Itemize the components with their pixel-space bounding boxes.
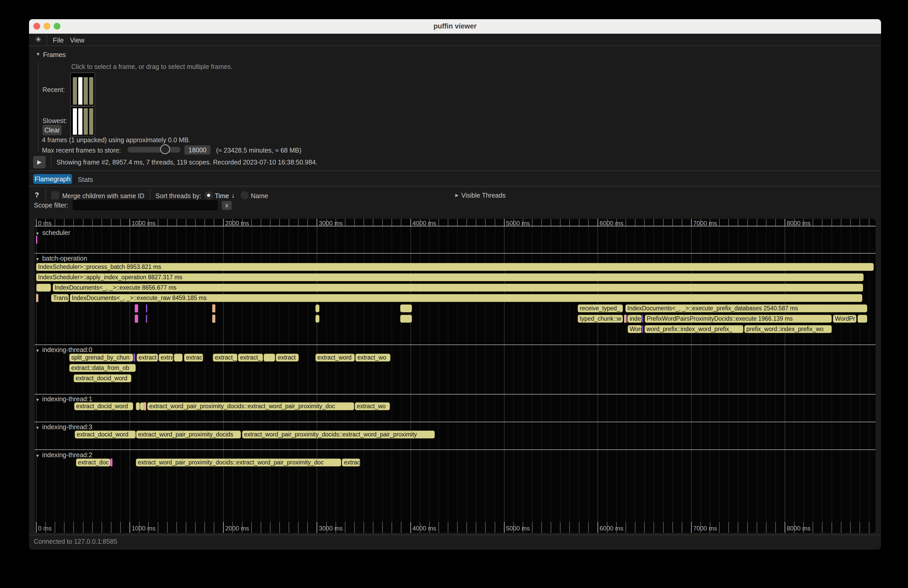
flame-bar[interactable] — [36, 294, 39, 302]
flame-bar[interactable]: extract — [137, 353, 158, 361]
flame-bar[interactable]: extract_ — [213, 353, 237, 361]
flame-bar[interactable] — [146, 315, 147, 323]
flame-bar[interactable]: IndexDocuments<_, _>::execute 8656.677 m… — [53, 284, 863, 292]
flame-bar[interactable]: extract — [276, 353, 299, 361]
visible-threads-label[interactable]: Visible Threads — [461, 192, 506, 199]
flame-bar[interactable] — [146, 304, 147, 312]
flame-bar[interactable]: extra — [159, 353, 173, 361]
slider-knob[interactable] — [160, 144, 170, 154]
flame-bar[interactable] — [135, 304, 138, 312]
flame-bar[interactable]: PrefixWordPairsProximityDocids::execute … — [645, 315, 832, 323]
app-icon[interactable]: ✳ — [35, 35, 41, 44]
flame-bar[interactable]: Word — [628, 325, 642, 333]
flame-bar[interactable]: extract_word_pair_proximity_docids::extr… — [147, 402, 354, 410]
flame-bar[interactable] — [136, 402, 140, 410]
flame-bar[interactable] — [134, 353, 135, 361]
flame-bar[interactable]: IndexScheduler>::process_batch 8953.821 … — [36, 263, 874, 271]
flame-bar[interactable]: extract_docid_word — [75, 431, 136, 439]
scope-filter-input[interactable] — [72, 200, 218, 210]
thread-label: indexing-thread:1 — [42, 395, 92, 403]
help-button[interactable]: ? — [35, 191, 39, 199]
flame-bar[interactable] — [858, 315, 867, 323]
clear-filter-button[interactable]: x — [222, 201, 232, 210]
flame-bar[interactable] — [212, 304, 215, 312]
thread-header[interactable]: ▼indexing-thread:0 — [35, 346, 92, 353]
flame-bar[interactable]: split_grenad_by_chun — [69, 353, 134, 361]
slowest-frames-thumbnail[interactable] — [70, 106, 95, 136]
collapse-icon[interactable]: ▼ — [35, 426, 40, 430]
collapse-icon[interactable]: ▼ — [35, 453, 40, 458]
collapse-icon[interactable]: ▼ — [35, 231, 40, 236]
flame-bar[interactable] — [143, 402, 146, 410]
flame-bar[interactable]: extract_doc — [76, 458, 110, 466]
thread-header[interactable]: ▼batch-operation — [35, 255, 87, 262]
sort-name-radio[interactable] — [240, 191, 249, 199]
flame-bar[interactable]: extract_wo — [355, 402, 390, 410]
frames-collapse-icon[interactable]: ▼ — [36, 51, 40, 57]
flame-bar[interactable] — [400, 315, 412, 323]
merge-children-checkbox[interactable] — [51, 191, 60, 199]
clear-button[interactable]: Clear — [42, 125, 62, 135]
flame-bar[interactable]: extrac — [184, 353, 203, 361]
flame-bar[interactable] — [316, 304, 319, 312]
sort-time-label[interactable]: Time — [215, 192, 229, 200]
flame-bar[interactable] — [174, 353, 183, 361]
sort-time-radio[interactable] — [204, 191, 213, 199]
thread-header[interactable]: ▼scheduler — [35, 229, 70, 236]
flame-bar[interactable]: extract_wo — [355, 353, 391, 361]
flame-bar[interactable]: extract_docid_word — [74, 402, 133, 410]
flame-bar[interactable] — [642, 325, 643, 333]
flame-bar[interactable]: prefix_word::index_prefix_wo — [744, 325, 832, 333]
flame-bar[interactable]: extract_docid_word — [74, 374, 131, 382]
flame-bar[interactable] — [36, 284, 51, 292]
flame-bar[interactable]: Trans — [51, 294, 69, 302]
thread-header[interactable]: ▼indexing-thread:3 — [35, 423, 92, 431]
sort-name-label[interactable]: Name — [251, 192, 268, 200]
flame-bar[interactable] — [135, 315, 138, 323]
flame-bar[interactable]: IndexScheduler>::apply_index_operation 8… — [36, 273, 864, 281]
flame-bar[interactable]: extrac — [342, 458, 360, 466]
flame-bar[interactable]: word_prefix::index_word_prefix_ — [644, 325, 744, 333]
thread-header[interactable]: ▼indexing-thread:1 — [35, 395, 92, 403]
flame-bar[interactable]: typed_chunk::w — [578, 315, 623, 323]
collapse-icon[interactable]: ▼ — [35, 257, 40, 261]
axis-tick — [101, 522, 102, 533]
tab-stats[interactable]: Stats — [78, 176, 93, 184]
flame-bar[interactable] — [642, 315, 643, 323]
flamegraph-canvas[interactable]: 0 ms0 ms1000 ms1000 ms2000 ms2000 ms3000… — [35, 219, 876, 533]
flame-bar[interactable]: extract_ — [238, 353, 263, 361]
flame-bar[interactable]: WordPr — [833, 315, 856, 323]
axis-tick — [532, 522, 533, 533]
axis-tick — [307, 522, 308, 533]
flame-bar[interactable]: IndexDocuments<_, _>::execute_raw 8459.1… — [70, 294, 862, 302]
tab-flamegraph[interactable]: Flamegraph — [33, 174, 72, 184]
sort-direction-arrow-icon[interactable]: ↓ — [232, 191, 235, 199]
flame-bar[interactable] — [264, 353, 275, 361]
thread-header[interactable]: ▼indexing-thread:2 — [35, 451, 92, 459]
flame-bar[interactable] — [624, 315, 626, 323]
menu-item-view[interactable]: View — [70, 36, 84, 44]
flame-bar[interactable]: extract_word — [316, 353, 355, 361]
flame-bar[interactable] — [212, 315, 215, 323]
flame-bar[interactable]: extract_word_pair_proximity_docids::extr… — [242, 431, 435, 439]
flame-bar[interactable]: extract_word_pair_proximity_docids::extr… — [136, 458, 341, 466]
collapse-icon[interactable]: ▼ — [35, 398, 40, 402]
frames-header[interactable]: Frames — [43, 51, 66, 59]
thread-label: indexing-thread:2 — [42, 451, 92, 458]
flame-bar[interactable] — [316, 315, 319, 323]
max-recent-frames-value[interactable]: 18000 — [185, 145, 211, 155]
flame-bar[interactable] — [110, 458, 113, 466]
visible-threads-collapse-icon[interactable]: ▶ — [455, 193, 459, 198]
flame-bar[interactable] — [36, 236, 37, 244]
flame-bar[interactable]: receive_typed_ — [578, 304, 623, 312]
max-recent-frames-slider[interactable] — [127, 147, 180, 153]
collapse-icon[interactable]: ▼ — [35, 349, 40, 353]
flame-bar[interactable]: extract::data_from_ob — [69, 364, 136, 372]
flame-bar[interactable]: IndexDocuments<_, _>::execute_prefix_dat… — [625, 304, 867, 312]
recent-frames-thumbnail[interactable] — [70, 72, 95, 106]
flame-bar[interactable] — [400, 304, 412, 312]
play-button[interactable]: ▶ — [33, 156, 46, 169]
flame-bar[interactable]: index — [628, 315, 642, 323]
flame-bar[interactable]: extract_word_pair_proximity_docids — [136, 431, 241, 439]
menu-item-file[interactable]: File — [53, 36, 64, 44]
